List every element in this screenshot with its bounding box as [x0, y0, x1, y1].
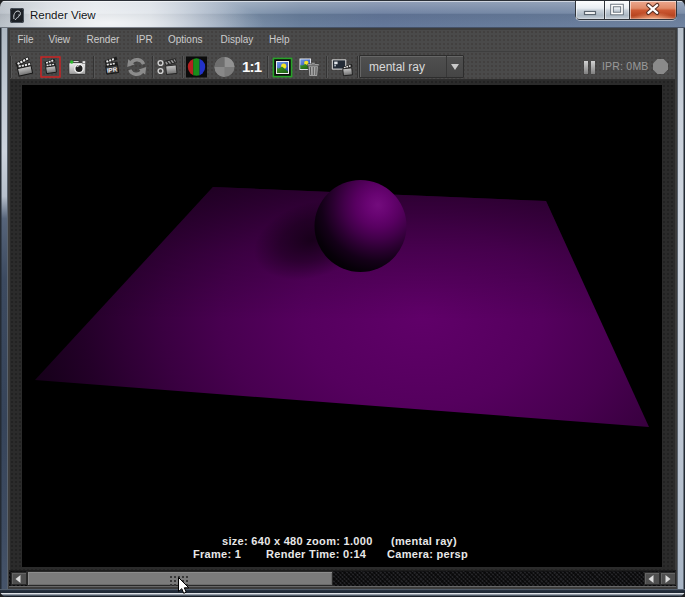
svg-text:IPR: IPR [106, 65, 118, 73]
svg-text:1:1: 1:1 [242, 58, 262, 75]
